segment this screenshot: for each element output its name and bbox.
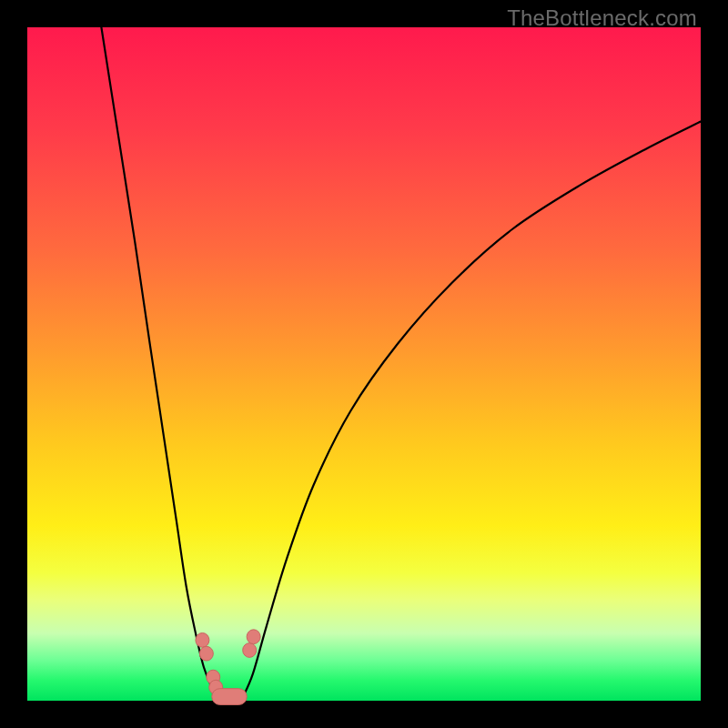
chart-svg bbox=[27, 27, 701, 701]
data-point bbox=[196, 633, 209, 648]
chart-frame: TheBottleneck.com bbox=[0, 0, 728, 728]
bottom-pill bbox=[212, 689, 247, 705]
plot-area bbox=[27, 27, 701, 701]
data-point bbox=[247, 630, 260, 644]
marker-group bbox=[196, 630, 260, 705]
data-point bbox=[243, 643, 257, 658]
curve-group bbox=[101, 27, 701, 697]
data-point bbox=[199, 646, 213, 661]
series-left-branch bbox=[101, 27, 218, 697]
series-right-branch bbox=[243, 122, 701, 698]
